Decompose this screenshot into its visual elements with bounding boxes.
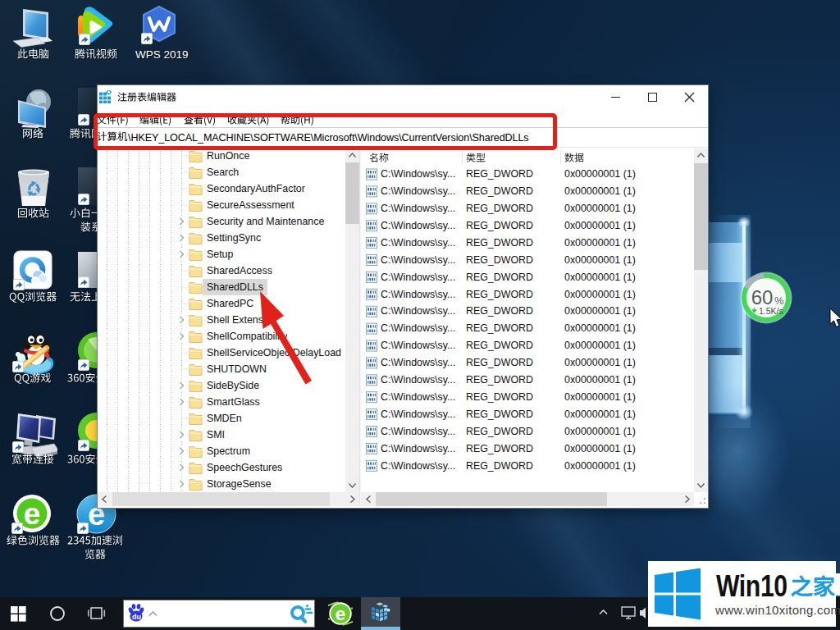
- svg-text:60: 60: [751, 286, 774, 308]
- svg-text:1.5K/s: 1.5K/s: [759, 306, 783, 316]
- svg-text:du: du: [132, 613, 141, 621]
- svg-text:e: e: [336, 604, 346, 624]
- svg-text:%: %: [774, 294, 784, 307]
